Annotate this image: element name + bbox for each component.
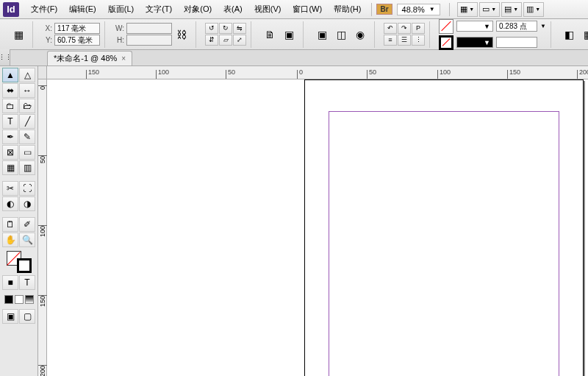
para-style-button[interactable]: P	[412, 23, 425, 34]
constrain-proportions-icon[interactable]: ⛓	[172, 25, 191, 44]
frame-fitting-group: ▣ ◫ ◉	[308, 21, 375, 48]
content-icon[interactable]: ▣	[279, 25, 298, 44]
flip-h-button[interactable]: ⇋	[233, 23, 246, 34]
view-mode-button-4[interactable]: ▥▼	[523, 2, 544, 17]
menu-layout[interactable]: 版面(L)	[102, 1, 140, 18]
w-input[interactable]	[126, 23, 172, 34]
hand-tool[interactable]: ✋	[2, 233, 18, 247]
page-margin-guide	[329, 111, 559, 376]
grid-tool[interactable]: ▥	[19, 160, 35, 175]
chevron-down-icon: ▼	[540, 23, 546, 29]
menu-view[interactable]: 视图(V)	[248, 1, 287, 18]
pen-tool[interactable]: ✒	[2, 130, 18, 144]
view-mode-preview[interactable]: ▢	[19, 309, 35, 324]
distribute-button[interactable]: ☰	[398, 35, 411, 46]
apply-color-button[interactable]: ■	[2, 275, 18, 290]
stroke-style-dropdown[interactable]: ▼	[456, 37, 493, 48]
view-mode-button-2[interactable]: ▭▼	[479, 2, 500, 17]
line-tool[interactable]: ╱	[19, 114, 35, 129]
apply-text-button[interactable]: T	[19, 275, 35, 290]
content-placer-tool[interactable]: 🗁	[19, 99, 35, 113]
view-options-group: ▦▼ ▭▼ ▤▼ ▥▼	[457, 2, 544, 17]
direct-selection-tool[interactable]: △	[19, 68, 35, 82]
zoom-level-dropdown[interactable]: 48.8% ▼	[397, 4, 440, 15]
menu-object[interactable]: 对象(O)	[178, 1, 218, 18]
w-label: W:	[114, 24, 124, 32]
page[interactable]	[304, 79, 584, 376]
page-tool[interactable]: ⬌	[2, 83, 18, 98]
pencil-tool[interactable]: ✎	[19, 130, 35, 144]
fill-stroke-swatch[interactable]	[7, 251, 32, 273]
ruler-origin[interactable]	[38, 66, 47, 79]
menu-type[interactable]: 文字(T)	[140, 1, 178, 18]
vertical-ruler[interactable]: 050100150200	[38, 79, 47, 376]
tab-handle[interactable]: ⋮⋮	[0, 49, 10, 65]
object-options-group: 🗎 ▣	[256, 21, 304, 48]
reference-point-group: ▦	[4, 21, 33, 48]
x-label: X:	[42, 24, 52, 32]
menu-edit[interactable]: 编辑(E)	[63, 1, 102, 18]
zoom-tool[interactable]: 🔍	[19, 233, 35, 247]
menu-window[interactable]: 窗口(W)	[287, 1, 328, 18]
transform-group: ↺ ↻ ⇋ ⇵ ▱ ⤢	[201, 21, 251, 48]
opacity-icon[interactable]: ▦	[579, 25, 588, 44]
rectangle-tool[interactable]: ▭	[19, 145, 35, 160]
menu-table[interactable]: 表(A)	[218, 1, 248, 18]
fill-swatch[interactable]	[439, 19, 453, 34]
flip-v-button[interactable]: ⇵	[205, 35, 218, 46]
note-tool[interactable]: 🗒	[2, 217, 18, 232]
view-mode-button-1[interactable]: ▦▼	[457, 2, 478, 17]
fit-content-icon[interactable]: ▣	[312, 25, 331, 44]
view-mode-button-3[interactable]: ▤▼	[501, 2, 522, 17]
gradient-feather-tool[interactable]: ◑	[19, 196, 35, 211]
stroke-group: ▼ ▼ ▼	[434, 21, 551, 48]
menu-help[interactable]: 帮助(H)	[328, 1, 367, 18]
app-logo: Id	[3, 2, 19, 17]
stroke-weight-input[interactable]	[496, 21, 537, 32]
menu-file[interactable]: 文件(F)	[25, 1, 63, 18]
x-input[interactable]	[54, 23, 100, 34]
toolbox: ▲△ ⬌↔ 🗀🗁 T╱ ✒✎ ⊠▭ ▦▥ ✂⛶ ◐◑ 🗒✐ ✋🔍 ■T ▣▢	[0, 66, 38, 376]
bridge-badge[interactable]: Br	[376, 4, 392, 15]
center-content-icon[interactable]: ◉	[351, 25, 370, 44]
effects-icon[interactable]: ◧	[560, 25, 579, 44]
fit-frame-icon[interactable]: ◫	[331, 25, 351, 44]
h-label: H:	[114, 36, 124, 44]
view-mode-normal[interactable]: ▣	[2, 309, 18, 324]
gap-tool[interactable]: ↔	[19, 83, 35, 98]
document-tab[interactable]: *未命名-1 @ 48% ×	[47, 51, 132, 65]
rotate-90-cw-button[interactable]: ↷	[398, 23, 411, 34]
close-icon[interactable]: ×	[121, 54, 126, 63]
container-icon[interactable]: 🗎	[260, 25, 279, 44]
menu-bar: Id 文件(F) 编辑(E) 版面(L) 文字(T) 对象(O) 表(A) 视图…	[0, 0, 588, 19]
type-tool[interactable]: T	[2, 114, 18, 129]
pasteboard[interactable]	[47, 79, 588, 376]
rotate-ccw-button[interactable]: ↺	[205, 23, 218, 34]
rotate-90-ccw-button[interactable]: ↶	[384, 23, 397, 34]
shear-button[interactable]: ▱	[219, 35, 232, 46]
eyedropper-tool[interactable]: ✐	[19, 217, 35, 232]
y-input[interactable]	[54, 35, 100, 46]
document-tab-title: *未命名-1 @ 48%	[54, 53, 117, 64]
content-collector-tool[interactable]: 🗀	[2, 99, 18, 113]
fill-dropdown[interactable]: ▼	[456, 21, 493, 32]
free-transform-tool[interactable]: ⛶	[19, 181, 35, 196]
reference-point-icon[interactable]: ▦	[9, 25, 28, 44]
horizontal-ruler[interactable]: 15010050050100150200	[38, 66, 588, 79]
scissors-tool[interactable]: ✂	[2, 181, 18, 196]
table-tool[interactable]: ▦	[2, 160, 18, 175]
align-button[interactable]: ≡	[384, 35, 397, 46]
rectangle-frame-tool[interactable]: ⊠	[2, 145, 18, 160]
rotate-cw-button[interactable]: ↻	[219, 23, 232, 34]
canvas-area: 15010050050100150200 050100150200	[38, 66, 588, 376]
h-input[interactable]	[126, 35, 172, 46]
selection-tool[interactable]: ▲	[2, 68, 18, 82]
arrange-group: ↶ ↷ P ≡ ☰ ⋮	[379, 21, 430, 48]
gradient-swatch-tool[interactable]: ◐	[2, 196, 18, 211]
opacity-group: ◧ ▦ 10	[556, 21, 588, 48]
stroke-swatch[interactable]	[439, 35, 453, 50]
chevron-down-icon: ▼	[429, 6, 435, 13]
space-button[interactable]: ⋮	[412, 35, 425, 46]
scale-button[interactable]: ⤢	[233, 35, 246, 46]
color-mode-swatches[interactable]	[4, 295, 34, 304]
